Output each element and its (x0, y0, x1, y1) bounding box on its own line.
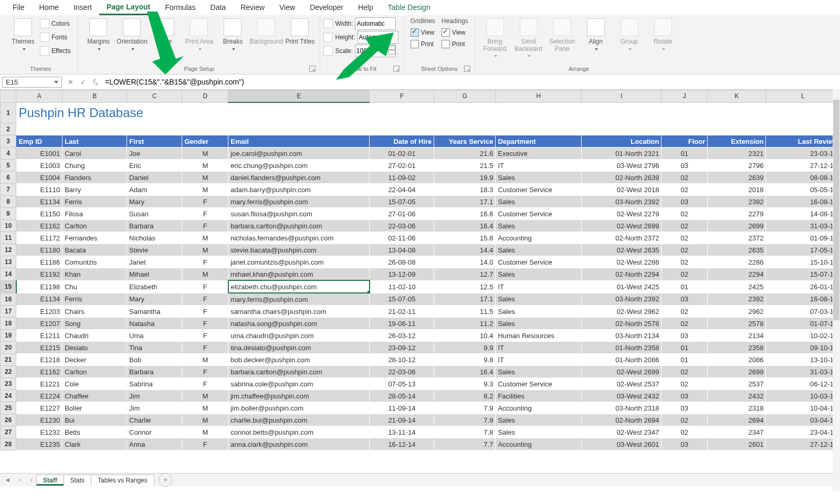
cell[interactable]: Sales (496, 172, 582, 184)
cell[interactable]: F (182, 306, 228, 318)
cell[interactable]: Fernandes (62, 232, 127, 244)
tab-view[interactable]: View (272, 1, 302, 14)
tab-file[interactable]: File (5, 1, 32, 14)
cell[interactable]: 2635 (708, 244, 766, 256)
cell[interactable]: 17-05-16 (766, 244, 840, 256)
cell[interactable]: Customer Service (496, 256, 582, 268)
cell[interactable]: E1001 (16, 148, 62, 160)
cell[interactable]: F (182, 208, 228, 220)
cell[interactable]: Comuntzis (62, 256, 127, 268)
cell[interactable]: E1227 (16, 402, 62, 414)
cell[interactable]: sabrina.cole@pushpin.com (228, 378, 370, 390)
cell[interactable] (708, 123, 766, 135)
cell[interactable]: 2358 (708, 342, 766, 354)
cell[interactable]: Janet (127, 256, 182, 268)
cell[interactable]: 15-07-05 (370, 196, 434, 208)
headings-view-checkbox[interactable] (442, 28, 450, 37)
headings-print-checkbox[interactable] (442, 40, 450, 48)
cell[interactable]: E1180 (16, 244, 62, 256)
row-header[interactable]: 18 (1, 318, 16, 330)
cell[interactable]: 02-West 2699 (582, 366, 662, 378)
row-header[interactable]: 15 (1, 280, 16, 293)
cell[interactable]: 2018 (708, 184, 766, 196)
cell[interactable]: 01 (662, 354, 708, 366)
row-header[interactable]: 9 (1, 208, 16, 220)
cell[interactable]: 13-10-16 (766, 354, 840, 366)
cell[interactable]: 02-West 2286 (582, 256, 662, 268)
cell[interactable]: mary.ferris@pushpin.com (228, 196, 370, 208)
cell[interactable]: janet.comuntzis@pushpin.com (228, 256, 370, 268)
bring-forward-button[interactable]: Bring Forward (478, 17, 512, 61)
cell[interactable]: 7.9 (434, 402, 496, 414)
cell[interactable]: 2578 (708, 318, 766, 330)
cell[interactable]: 2392 (708, 293, 766, 306)
cell[interactable]: Sales (496, 220, 582, 232)
cell[interactable]: 01-North 2358 (582, 342, 662, 354)
cell[interactable]: 21.5 (434, 160, 496, 172)
cell[interactable]: 16.4 (434, 220, 496, 232)
table-header-cell[interactable]: Extension (708, 135, 766, 148)
row-header[interactable]: 11 (1, 232, 16, 244)
cell[interactable]: 03-West 2796 (582, 160, 662, 172)
cell[interactable]: 2425 (708, 280, 766, 293)
cell[interactable]: 13-04-08 (370, 244, 434, 256)
cell[interactable]: 17.1 (434, 293, 496, 306)
cell[interactable]: 01-West 2425 (582, 280, 662, 293)
cell[interactable]: E1221 (16, 378, 62, 390)
effects-button[interactable]: Effects (40, 45, 72, 57)
column-header[interactable]: E (228, 90, 370, 103)
margins-button[interactable]: Margins (81, 17, 115, 54)
cell[interactable]: E1207 (16, 318, 62, 330)
cell[interactable]: 9.9 (434, 342, 496, 354)
row-header[interactable]: 5 (1, 160, 16, 172)
cell[interactable]: 03 (662, 196, 708, 208)
tab-page-layout[interactable]: Page Layout (99, 0, 158, 15)
cell[interactable]: E1004 (16, 172, 62, 184)
cell[interactable]: 03-North 2392 (582, 293, 662, 306)
cell[interactable]: IT (496, 354, 582, 366)
cell[interactable]: Chu (62, 280, 127, 293)
row-header[interactable]: 20 (1, 342, 16, 354)
cell[interactable]: 01-North 2086 (582, 354, 662, 366)
cell[interactable]: Khan (62, 268, 127, 281)
cell[interactable]: 14.4 (434, 244, 496, 256)
row-header[interactable]: 10 (1, 220, 16, 232)
cell[interactable]: 15-10-16 (766, 256, 840, 268)
table-header-cell[interactable]: Emp ID (16, 135, 62, 148)
cell[interactable]: 03 (662, 402, 708, 414)
cell[interactable] (582, 123, 662, 135)
cell[interactable]: 31-03-17 (766, 366, 840, 378)
cell[interactable]: 02 (662, 366, 708, 378)
cell[interactable]: 28-05-14 (370, 390, 434, 402)
cell[interactable]: Accounting (496, 402, 582, 414)
cell[interactable]: Connor (127, 426, 182, 438)
cell[interactable]: E1215 (16, 342, 62, 354)
cell[interactable]: 15.8 (434, 232, 496, 244)
row-header[interactable]: 17 (1, 306, 16, 318)
cell[interactable]: Eric (127, 160, 182, 172)
row-header[interactable]: 25 (1, 402, 16, 414)
cell[interactable]: 03-North 2318 (582, 402, 662, 414)
cell[interactable]: 02 (662, 232, 708, 244)
tab-nav-next-icon[interactable]: › (30, 476, 33, 484)
cell[interactable]: Customer Service (496, 378, 582, 390)
cell[interactable]: Sales (496, 318, 582, 330)
cell[interactable]: F (182, 220, 228, 232)
send-backward-button[interactable]: Send Backward (512, 17, 545, 61)
cell[interactable]: Tina (127, 342, 182, 354)
cell[interactable] (766, 123, 840, 135)
cell[interactable]: Human Resources (496, 330, 582, 342)
cell[interactable]: anna.clark@pushpin.com (228, 438, 370, 450)
cell[interactable]: Adam (127, 184, 182, 196)
cell[interactable]: Song (62, 318, 127, 330)
cell[interactable]: 03 (662, 330, 708, 342)
table-header-cell[interactable]: Last Review (766, 135, 840, 148)
cell[interactable]: 01-02-01 (370, 148, 434, 160)
cell[interactable]: 2086 (708, 354, 766, 366)
cell[interactable]: 03 (662, 293, 708, 306)
cell[interactable]: 22-03-06 (370, 366, 434, 378)
cell[interactable]: 02-North 2694 (582, 414, 662, 426)
cell[interactable]: 02-West 2279 (582, 208, 662, 220)
cell[interactable]: 12.5 (434, 280, 496, 293)
cell[interactable]: Betts (62, 426, 127, 438)
